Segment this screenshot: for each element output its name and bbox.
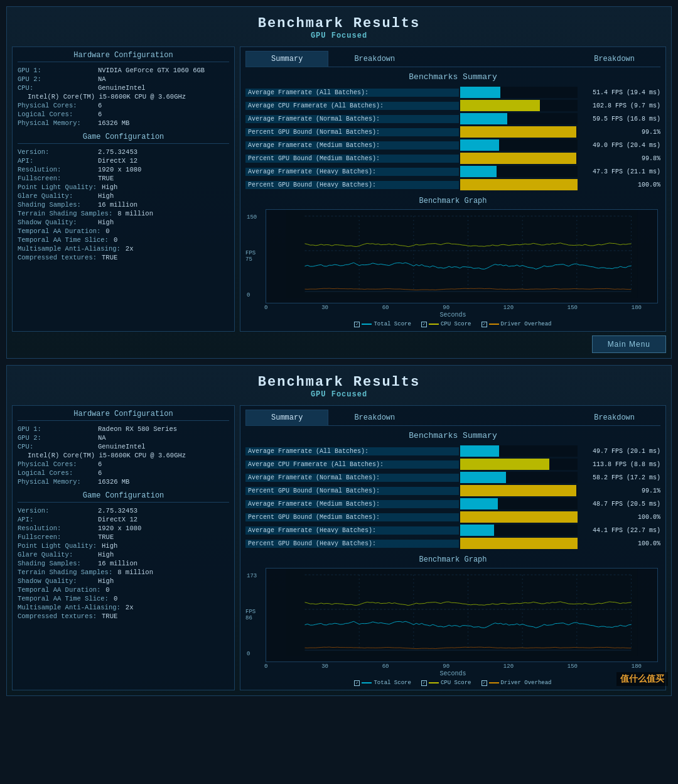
bench-row-0: Average Framerate (All Batches): 49.7 FP… <box>245 445 660 457</box>
left-panel: Hardware Configuration GPU 1: Radeon RX … <box>12 405 235 690</box>
config-resolution-value: 1920 x 1080 <box>93 525 229 532</box>
bench-bar-0 <box>460 87 500 98</box>
logical-cores-value: 6 <box>93 469 229 477</box>
config-version-value: 2.75.32453 <box>93 148 229 156</box>
bench-label-1: Average CPU Framerate (All Batches): <box>245 460 459 469</box>
config-api-label: API: <box>18 157 93 165</box>
config-temporal-dur: Temporal AA Duration: 0 <box>18 227 229 236</box>
bench-value-3: 99.1% <box>579 129 660 136</box>
bench-bar-6 <box>460 525 494 536</box>
bench-bar-container-4 <box>460 139 578 151</box>
bench-label-4: Average Framerate (Medium Batches): <box>245 141 459 150</box>
tab-breakdown[interactable]: Breakdown <box>328 410 421 426</box>
bench-row-0: Average Framerate (All Batches): 51.4 FP… <box>245 87 660 98</box>
config-cpu: CPU: GenuineIntel <box>18 84 229 92</box>
bench-bar-6 <box>460 166 497 177</box>
legend-checkbox[interactable]: ✓ <box>482 680 487 686</box>
bench-label-0: Average Framerate (All Batches): <box>245 447 459 455</box>
config-cpu: CPU: GenuineIntel <box>18 442 229 451</box>
benchmarks-title: Benchmarks Summary <box>245 431 660 440</box>
benchmark-panel-1: Benchmark Results GPU Focused Hardware C… <box>6 365 672 696</box>
bench-bar-5 <box>460 511 578 523</box>
memory-value: 16326 MB <box>93 119 229 127</box>
legend-checkbox[interactable]: ✓ <box>421 680 427 686</box>
bench-bar-1 <box>460 100 540 111</box>
config-msaa-label: Multisample Anti-Aliasing: <box>18 245 121 253</box>
hardware-section-title: Hardware Configuration <box>18 51 229 62</box>
x-label: 180 <box>632 663 642 670</box>
tab-bar: SummaryBreakdown Breakdown <box>245 410 660 426</box>
config-cpu-detail: Intel(R) Core(TM) i5-8600K CPU @ 3.60GHz <box>18 451 229 460</box>
legend-checkbox[interactable]: ✓ <box>421 322 427 327</box>
tab-summary[interactable]: Summary <box>245 51 328 67</box>
config-logical-cores: Logical Cores: 6 <box>18 110 229 119</box>
config-glare: Glare Quality: High <box>18 192 229 200</box>
graph-y-top: 150 <box>247 214 257 220</box>
tab-breakdown[interactable]: Breakdown <box>568 51 660 67</box>
graph-area <box>266 209 658 303</box>
gpu1-label: GPU 1: <box>18 425 93 433</box>
legend-checkbox[interactable]: ✓ <box>354 680 360 686</box>
bench-value-4: 49.0 FPS (20.4 ms) <box>579 142 660 149</box>
bench-bar-container-0 <box>460 445 578 457</box>
config-shading: Shading Samples: 16 million <box>18 559 229 568</box>
config-shading-label: Shading Samples: <box>18 201 93 209</box>
bench-bar-container-4 <box>460 498 578 509</box>
right-panel: SummaryBreakdown Breakdown Benchmarks Su… <box>240 46 666 332</box>
config-version-label: Version: <box>18 507 93 514</box>
bench-label-5: Percent GPU Bound (Medium Batches): <box>245 155 459 163</box>
bench-bar-container-5 <box>460 511 578 523</box>
bench-bar-4 <box>460 498 498 509</box>
config-point-light-value: High <box>97 183 229 191</box>
cpu-value: GenuineIntel <box>93 84 229 92</box>
bench-label-2: Average Framerate (Normal Batches): <box>245 474 459 482</box>
config-terrain-label: Terrain Shading Samples: <box>18 569 112 576</box>
legend-line <box>429 682 439 683</box>
panel-subtitle: GPU Focused <box>12 390 666 399</box>
config-point-light-value: High <box>97 542 229 550</box>
bench-row-1: Average CPU Framerate (All Batches): 113… <box>245 459 660 470</box>
config-api-value: DirectX 12 <box>93 157 229 165</box>
legend-checkbox[interactable]: ✓ <box>354 322 360 327</box>
x-label: 150 <box>568 305 578 311</box>
bench-value-3: 99.1% <box>579 487 660 494</box>
bench-bar-container-6 <box>460 525 578 536</box>
config-terrain-label: Terrain Shading Samples: <box>18 210 112 217</box>
bench-label-6: Average Framerate (Heavy Batches): <box>245 168 459 176</box>
bench-value-7: 100.0% <box>579 540 660 547</box>
tab-breakdown[interactable]: Breakdown <box>328 51 421 67</box>
graph-seconds: Seconds <box>245 312 660 318</box>
cpu-label: CPU: <box>18 84 93 92</box>
tab-breakdown[interactable]: Breakdown <box>568 410 660 426</box>
legend-checkbox[interactable]: ✓ <box>482 322 487 327</box>
bench-value-4: 48.7 FPS (20.5 ms) <box>579 501 660 508</box>
config-resolution-label: Resolution: <box>18 166 93 173</box>
bench-row-7: Percent GPU Bound (Heavy Batches): 100.0… <box>245 179 660 190</box>
left-panel: Hardware Configuration GPU 1: NVIDIA GeF… <box>12 46 235 332</box>
config-glare: Glare Quality: High <box>18 550 229 559</box>
bench-bar-5 <box>460 153 576 164</box>
main-menu-button[interactable]: Main Menu <box>592 335 666 353</box>
legend-item: ✓ CPU Score <box>421 321 471 327</box>
config-resolution-value: 1920 x 1080 <box>93 166 229 173</box>
bench-bar-container-1 <box>460 459 578 470</box>
tab-summary[interactable]: Summary <box>245 410 328 426</box>
config-shading: Shading Samples: 16 million <box>18 200 229 209</box>
config-temporal-dur-label: Temporal AA Duration: <box>18 227 100 235</box>
bench-bar-7 <box>460 179 578 190</box>
bench-label-0: Average Framerate (All Batches): <box>245 89 459 97</box>
config-fullscreen-value: TRUE <box>93 175 229 182</box>
gpu2-label: GPU 2: <box>18 434 93 442</box>
gpu1-value: Radeon RX 580 Series <box>93 425 229 433</box>
benchmark-panel-0: Benchmark Results GPU Focused Hardware C… <box>6 6 672 359</box>
legend-item: ✓ Total Score <box>354 321 411 327</box>
memory-value: 16326 MB <box>93 478 229 486</box>
bench-bar-container-0 <box>460 87 578 98</box>
logical-cores-label: Logical Cores: <box>18 469 93 477</box>
graph-title: Benchmark Graph <box>245 197 660 205</box>
graph-y-bot: 0 <box>247 651 250 657</box>
legend-label: Total Score <box>374 321 411 327</box>
bench-bar-container-7 <box>460 538 578 549</box>
bench-bar-container-5 <box>460 153 578 164</box>
bench-row-5: Percent GPU Bound (Medium Batches): 99.8… <box>245 153 660 164</box>
